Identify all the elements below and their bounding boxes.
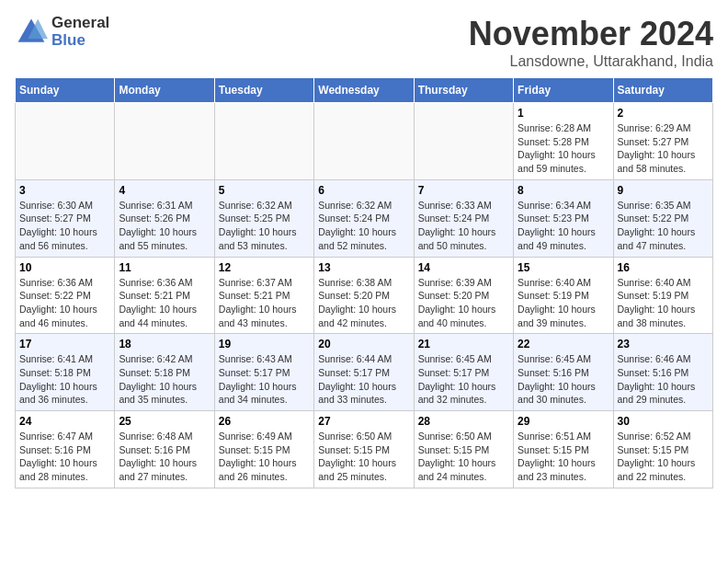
calendar-cell: 17Sunrise: 6:41 AM Sunset: 5:18 PM Dayli…: [16, 334, 115, 411]
day-number: 9: [618, 184, 709, 197]
day-info: Sunrise: 6:33 AM Sunset: 5:24 PM Dayligh…: [418, 199, 509, 253]
calendar-cell: 30Sunrise: 6:52 AM Sunset: 5:15 PM Dayli…: [613, 411, 712, 488]
day-info: Sunrise: 6:39 AM Sunset: 5:20 PM Dayligh…: [418, 276, 509, 330]
day-number: 2: [618, 107, 709, 120]
day-number: 21: [418, 338, 509, 350]
day-number: 19: [219, 338, 310, 350]
calendar-cell: 13Sunrise: 6:38 AM Sunset: 5:20 PM Dayli…: [314, 257, 414, 334]
week-row-5: 24Sunrise: 6:47 AM Sunset: 5:16 PM Dayli…: [16, 411, 713, 488]
day-number: 5: [219, 184, 310, 197]
day-number: 15: [518, 261, 609, 274]
calendar-cell: 22Sunrise: 6:45 AM Sunset: 5:16 PM Dayli…: [514, 334, 613, 411]
col-header-wednesday: Wednesday: [314, 78, 414, 103]
day-info: Sunrise: 6:50 AM Sunset: 5:15 PM Dayligh…: [318, 430, 409, 484]
day-info: Sunrise: 6:32 AM Sunset: 5:24 PM Dayligh…: [318, 199, 409, 253]
calendar-cell: 8Sunrise: 6:34 AM Sunset: 5:23 PM Daylig…: [514, 179, 613, 257]
day-info: Sunrise: 6:36 AM Sunset: 5:22 PM Dayligh…: [19, 276, 110, 330]
day-number: 27: [318, 415, 409, 428]
day-number: 29: [518, 415, 609, 428]
calendar-cell: [16, 103, 115, 180]
calendar-cell: [414, 103, 513, 180]
calendar-cell: 9Sunrise: 6:35 AM Sunset: 5:22 PM Daylig…: [613, 179, 712, 257]
day-number: 22: [518, 338, 609, 350]
day-info: Sunrise: 6:48 AM Sunset: 5:16 PM Dayligh…: [119, 430, 210, 484]
day-info: Sunrise: 6:47 AM Sunset: 5:16 PM Dayligh…: [19, 430, 110, 484]
day-number: 4: [119, 184, 210, 197]
day-number: 17: [19, 338, 110, 350]
day-number: 30: [618, 415, 709, 428]
week-row-2: 3Sunrise: 6:30 AM Sunset: 5:27 PM Daylig…: [16, 179, 713, 257]
day-number: 25: [119, 415, 210, 428]
week-row-4: 17Sunrise: 6:41 AM Sunset: 5:18 PM Dayli…: [16, 334, 713, 411]
day-number: 7: [418, 184, 509, 197]
calendar-cell: 18Sunrise: 6:42 AM Sunset: 5:18 PM Dayli…: [115, 334, 214, 411]
col-header-friday: Friday: [514, 78, 613, 103]
calendar-cell: 6Sunrise: 6:32 AM Sunset: 5:24 PM Daylig…: [314, 179, 414, 257]
calendar-cell: 11Sunrise: 6:36 AM Sunset: 5:21 PM Dayli…: [115, 257, 214, 334]
day-number: 13: [318, 261, 409, 274]
day-info: Sunrise: 6:32 AM Sunset: 5:25 PM Dayligh…: [219, 199, 310, 253]
calendar-cell: 29Sunrise: 6:51 AM Sunset: 5:15 PM Dayli…: [514, 411, 613, 488]
day-info: Sunrise: 6:43 AM Sunset: 5:17 PM Dayligh…: [219, 352, 310, 407]
calendar-cell: [214, 103, 313, 180]
calendar-cell: 19Sunrise: 6:43 AM Sunset: 5:17 PM Dayli…: [214, 334, 313, 411]
day-info: Sunrise: 6:42 AM Sunset: 5:18 PM Dayligh…: [119, 352, 210, 407]
col-header-thursday: Thursday: [414, 78, 513, 103]
calendar-cell: 24Sunrise: 6:47 AM Sunset: 5:16 PM Dayli…: [16, 411, 115, 488]
calendar-cell: 5Sunrise: 6:32 AM Sunset: 5:25 PM Daylig…: [214, 179, 313, 257]
month-title: November 2024: [469, 15, 713, 53]
day-info: Sunrise: 6:49 AM Sunset: 5:15 PM Dayligh…: [219, 430, 310, 484]
day-number: 28: [418, 415, 509, 428]
calendar-table: SundayMondayTuesdayWednesdayThursdayFrid…: [15, 77, 713, 488]
calendar-cell: 3Sunrise: 6:30 AM Sunset: 5:27 PM Daylig…: [16, 179, 115, 257]
calendar-cell: 23Sunrise: 6:46 AM Sunset: 5:16 PM Dayli…: [613, 334, 712, 411]
week-row-1: 1Sunrise: 6:28 AM Sunset: 5:28 PM Daylig…: [16, 103, 713, 180]
day-number: 14: [418, 261, 509, 274]
day-number: 23: [618, 338, 709, 350]
day-info: Sunrise: 6:31 AM Sunset: 5:26 PM Dayligh…: [119, 199, 210, 253]
day-number: 16: [618, 261, 709, 274]
day-info: Sunrise: 6:29 AM Sunset: 5:27 PM Dayligh…: [618, 121, 709, 176]
calendar-cell: 21Sunrise: 6:45 AM Sunset: 5:17 PM Dayli…: [414, 334, 513, 411]
header: General Blue November 2024 Lansdowne, Ut…: [15, 15, 713, 70]
week-row-3: 10Sunrise: 6:36 AM Sunset: 5:22 PM Dayli…: [16, 257, 713, 334]
calendar-cell: 1Sunrise: 6:28 AM Sunset: 5:28 PM Daylig…: [514, 103, 613, 180]
day-info: Sunrise: 6:44 AM Sunset: 5:17 PM Dayligh…: [318, 352, 409, 407]
day-info: Sunrise: 6:37 AM Sunset: 5:21 PM Dayligh…: [219, 276, 310, 330]
day-number: 11: [119, 261, 210, 274]
day-number: 6: [318, 184, 409, 197]
day-info: Sunrise: 6:51 AM Sunset: 5:15 PM Dayligh…: [518, 430, 609, 484]
day-info: Sunrise: 6:28 AM Sunset: 5:28 PM Dayligh…: [518, 121, 609, 176]
day-number: 12: [219, 261, 310, 274]
calendar-cell: 14Sunrise: 6:39 AM Sunset: 5:20 PM Dayli…: [414, 257, 513, 334]
calendar-cell: 15Sunrise: 6:40 AM Sunset: 5:19 PM Dayli…: [514, 257, 613, 334]
calendar-cell: 12Sunrise: 6:37 AM Sunset: 5:21 PM Dayli…: [214, 257, 313, 334]
calendar-cell: 7Sunrise: 6:33 AM Sunset: 5:24 PM Daylig…: [414, 179, 513, 257]
day-info: Sunrise: 6:34 AM Sunset: 5:23 PM Dayligh…: [518, 199, 609, 253]
day-info: Sunrise: 6:35 AM Sunset: 5:22 PM Dayligh…: [618, 199, 709, 253]
calendar-cell: 16Sunrise: 6:40 AM Sunset: 5:19 PM Dayli…: [613, 257, 712, 334]
day-number: 1: [518, 107, 609, 120]
calendar-cell: [314, 103, 414, 180]
day-info: Sunrise: 6:40 AM Sunset: 5:19 PM Dayligh…: [518, 276, 609, 330]
calendar-cell: 4Sunrise: 6:31 AM Sunset: 5:26 PM Daylig…: [115, 179, 214, 257]
calendar-cell: 10Sunrise: 6:36 AM Sunset: 5:22 PM Dayli…: [16, 257, 115, 334]
day-number: 10: [19, 261, 110, 274]
calendar-cell: 2Sunrise: 6:29 AM Sunset: 5:27 PM Daylig…: [613, 103, 712, 180]
day-number: 18: [119, 338, 210, 350]
day-info: Sunrise: 6:46 AM Sunset: 5:16 PM Dayligh…: [618, 352, 709, 407]
day-info: Sunrise: 6:30 AM Sunset: 5:27 PM Dayligh…: [19, 199, 110, 253]
day-number: 8: [518, 184, 609, 197]
calendar-cell: 20Sunrise: 6:44 AM Sunset: 5:17 PM Dayli…: [314, 334, 414, 411]
logo: General Blue: [15, 15, 109, 49]
day-info: Sunrise: 6:38 AM Sunset: 5:20 PM Dayligh…: [318, 276, 409, 330]
calendar-cell: 28Sunrise: 6:50 AM Sunset: 5:15 PM Dayli…: [414, 411, 513, 488]
logo-blue-text: Blue: [51, 32, 109, 50]
col-header-tuesday: Tuesday: [214, 78, 313, 103]
calendar-cell: 25Sunrise: 6:48 AM Sunset: 5:16 PM Dayli…: [115, 411, 214, 488]
day-info: Sunrise: 6:50 AM Sunset: 5:15 PM Dayligh…: [418, 430, 509, 484]
col-header-sunday: Sunday: [16, 78, 115, 103]
day-info: Sunrise: 6:52 AM Sunset: 5:15 PM Dayligh…: [618, 430, 709, 484]
location-title: Lansdowne, Uttarakhand, India: [469, 53, 713, 70]
day-info: Sunrise: 6:36 AM Sunset: 5:21 PM Dayligh…: [119, 276, 210, 330]
